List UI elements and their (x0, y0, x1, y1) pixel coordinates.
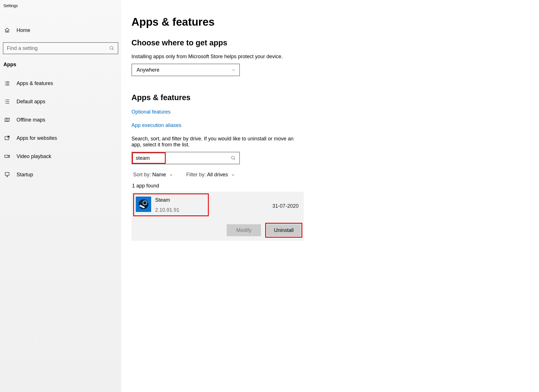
sidebar-item-label: Apps for websites (17, 135, 57, 141)
home-icon (4, 27, 10, 33)
page-title: Apps & features (131, 16, 305, 28)
search-icon (109, 46, 114, 51)
results-count: 1 app found (132, 183, 305, 189)
app-version: 2.10.91.91 (155, 207, 179, 213)
sort-label: Sort by: (133, 172, 151, 177)
sort-dropdown[interactable]: Sort by: Name (133, 172, 173, 178)
section-heading: Apps & features (131, 93, 305, 102)
app-list-item[interactable]: Steam 2.10.91.91 31-07-2020 Modify Unins… (131, 192, 304, 241)
filter-value: All drives (207, 172, 228, 177)
list-icon (4, 80, 10, 86)
sidebar-item-label: Offline maps (17, 117, 45, 123)
svg-point-4 (231, 156, 234, 159)
sort-value: Name (152, 172, 166, 177)
instructions-text: Search, sort, and filter by drive. If yo… (131, 136, 305, 148)
sidebar-item-startup[interactable]: Startup (0, 167, 121, 182)
app-search-input[interactable] (136, 155, 162, 161)
video-icon (4, 153, 10, 159)
sidebar-item-apps-for-websites[interactable]: Apps for websites (0, 130, 121, 146)
open-icon (4, 135, 10, 141)
steam-icon (136, 197, 151, 212)
sidebar-item-label: Video playback (17, 153, 51, 159)
settings-search-input[interactable] (7, 45, 109, 51)
link-app-execution-aliases[interactable]: App execution aliases (131, 122, 305, 128)
link-optional-features[interactable]: Optional features (131, 109, 305, 115)
svg-rect-3 (5, 173, 9, 175)
filter-label: Filter by: (186, 172, 206, 177)
sidebar-item-apps-features[interactable]: Apps & features (0, 76, 121, 91)
settings-search[interactable] (3, 42, 118, 54)
chevron-down-icon (231, 173, 235, 177)
sidebar-item-default-apps[interactable]: Default apps (0, 94, 121, 109)
nav-home[interactable]: Home (0, 22, 121, 38)
svg-rect-2 (5, 155, 8, 157)
app-install-date: 31-07-2020 (272, 203, 299, 209)
dropdown-value: Anywhere (137, 67, 159, 73)
svg-point-0 (110, 46, 113, 49)
app-search-box[interactable] (131, 152, 240, 164)
sidebar-item-label: Default apps (17, 99, 45, 105)
chevron-down-icon (169, 173, 173, 177)
map-icon (4, 117, 10, 123)
chevron-down-icon (231, 68, 236, 72)
sidebar-item-video-playback[interactable]: Video playback (0, 149, 121, 164)
sidebar-category: Apps (0, 62, 121, 76)
filter-dropdown[interactable]: Filter by: All drives (186, 172, 235, 178)
app-source-dropdown[interactable]: Anywhere (131, 64, 240, 76)
app-name: Steam (155, 197, 179, 203)
sidebar-item-offline-maps[interactable]: Offline maps (0, 112, 121, 128)
nav-home-label: Home (17, 27, 30, 33)
startup-icon (4, 171, 10, 178)
choose-heading: Choose where to get apps (131, 39, 305, 47)
sidebar-item-label: Apps & features (17, 80, 53, 86)
highlight-search-term (132, 152, 166, 164)
sidebar: Settings Home Apps (0, 0, 121, 392)
main-content: Apps & features Choose where to get apps… (121, 0, 315, 392)
modify-button[interactable]: Modify (227, 224, 261, 236)
sidebar-item-label: Startup (17, 172, 33, 178)
highlight-app-entry: Steam 2.10.91.91 (133, 193, 209, 216)
window-title: Settings (0, 2, 121, 8)
search-icon (231, 155, 236, 161)
default-icon (4, 98, 10, 105)
uninstall-button[interactable]: Uninstall (267, 224, 301, 236)
choose-description: Installing apps only from Microsoft Stor… (131, 54, 305, 60)
